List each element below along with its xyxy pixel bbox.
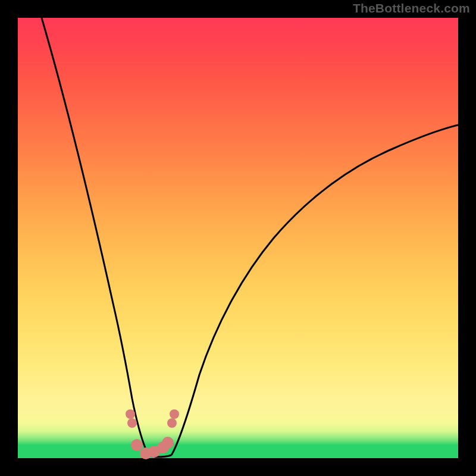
watermark-text: TheBottleneck.com: [353, 1, 470, 15]
marker-layer: [18, 18, 458, 458]
plot-area: [18, 18, 458, 458]
data-marker: [126, 409, 135, 419]
data-marker: [162, 437, 174, 449]
data-marker: [127, 418, 137, 428]
data-marker: [170, 409, 179, 419]
data-marker: [167, 418, 177, 428]
chart-root: TheBottleneck.com: [0, 0, 476, 476]
